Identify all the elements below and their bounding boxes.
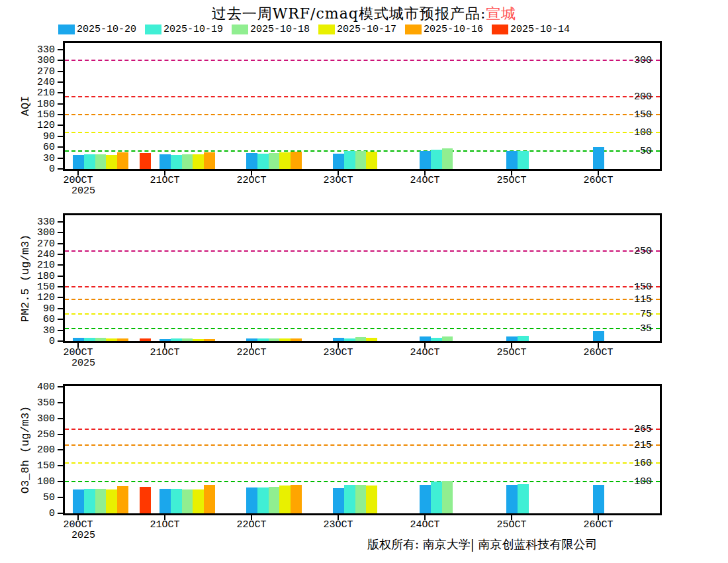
bar	[366, 486, 377, 513]
x-tick-label: 21OCT	[135, 175, 195, 186]
x-tick-label: 24OCT	[395, 175, 455, 186]
bar	[420, 485, 431, 513]
guideline-label: 50	[586, 145, 652, 156]
y-tick-label: 100	[22, 476, 55, 487]
bar	[506, 485, 518, 513]
bar	[355, 151, 367, 169]
bar	[420, 151, 431, 169]
bar	[193, 489, 204, 513]
bar	[246, 487, 257, 513]
guideline	[65, 429, 660, 430]
page-title: 过去一周WRF/cmaq模式城市预报产品:宣城	[0, 4, 728, 24]
bar	[84, 489, 95, 513]
x-tick-label: 24OCT	[395, 519, 455, 531]
bar	[95, 154, 107, 169]
bar	[204, 485, 215, 513]
x-tick-label: 25OCT	[482, 175, 541, 186]
y-tick-label: 90	[22, 303, 55, 314]
bar	[257, 338, 269, 341]
y-tick-mark	[58, 49, 63, 50]
x-tick-label: 20OCT	[48, 347, 108, 358]
bar	[171, 338, 182, 341]
y-tick-mark	[58, 243, 63, 244]
bar	[333, 154, 344, 169]
bar	[442, 481, 453, 513]
bar	[279, 338, 291, 341]
y-tick-label: 350	[22, 397, 55, 408]
y-tick-label: 150	[22, 109, 55, 121]
x-tick-label: 25OCT	[482, 519, 541, 531]
legend-color-swatch	[405, 25, 422, 34]
y-tick-mark	[58, 434, 63, 435]
guideline	[65, 96, 660, 97]
y-tick-mark	[58, 60, 63, 61]
title-city: 宣城	[486, 5, 516, 22]
bar	[291, 152, 302, 169]
x-tick-label: 21OCT	[135, 519, 195, 531]
guideline-label: 75	[586, 309, 652, 320]
guideline-label: 100	[586, 476, 652, 487]
y-tick-label: 30	[22, 325, 55, 336]
x-tick-label: 22OCT	[222, 175, 281, 186]
legend-item: 2025-10-19	[145, 23, 223, 35]
bar	[344, 338, 355, 341]
legend-label: 2025-10-17	[337, 24, 396, 35]
x-tick-label: 23OCT	[308, 175, 368, 186]
legend-item: 2025-10-17	[318, 23, 396, 35]
guideline	[65, 132, 660, 133]
guideline-label: 265	[586, 424, 652, 435]
x-tick-label: 26OCT	[569, 175, 628, 186]
bar	[431, 482, 442, 513]
bar	[182, 489, 193, 513]
y-tick-label: 300	[22, 413, 55, 424]
legend-item: 2025-10-18	[232, 23, 310, 35]
legend-item: 2025-10-14	[492, 23, 570, 35]
x-tick-label: 26OCT	[569, 347, 628, 358]
bar	[159, 489, 171, 513]
bar	[518, 151, 529, 169]
y-tick-label: 90	[22, 130, 55, 142]
guideline	[65, 444, 660, 446]
y-tick-label: 270	[22, 238, 55, 249]
guideline	[65, 114, 660, 115]
bar	[159, 154, 171, 169]
bar	[246, 338, 257, 341]
legend: 2025-10-202025-10-192025-10-182025-10-17…	[58, 23, 578, 34]
y-tick-mark	[58, 276, 63, 277]
y-tick-label: 210	[22, 260, 55, 271]
y-tick-label: 240	[22, 248, 55, 260]
legend-color-swatch	[58, 25, 75, 34]
bar	[442, 336, 453, 341]
guideline	[65, 328, 660, 329]
bar	[355, 337, 367, 341]
x-tick-year-label: 2025	[54, 358, 113, 369]
bar	[117, 152, 128, 169]
y-tick-label: 60	[22, 314, 55, 325]
bar	[506, 336, 518, 341]
y-tick-mark	[58, 168, 63, 170]
bar	[518, 484, 529, 513]
guideline-label: 200	[586, 91, 652, 102]
bar	[333, 338, 344, 341]
guideline-label: 150	[586, 282, 652, 293]
bar	[117, 486, 128, 513]
y-tick-label: 400	[22, 381, 55, 392]
legend-label: 2025-10-14	[510, 24, 570, 35]
bar	[518, 336, 529, 341]
bar	[269, 338, 280, 341]
guideline	[65, 299, 660, 300]
y-tick-mark	[58, 340, 63, 342]
x-tick-label: 23OCT	[308, 347, 368, 358]
guideline-label: 100	[586, 127, 652, 138]
bar	[193, 339, 204, 341]
y-tick-mark	[58, 386, 63, 387]
y-tick-mark	[58, 330, 63, 331]
bar	[159, 339, 171, 341]
y-tick-mark	[58, 264, 63, 266]
bar	[182, 338, 193, 341]
y-tick-label: 180	[22, 270, 55, 282]
y-tick-label: 120	[22, 292, 55, 303]
y-tick-mark	[58, 402, 63, 403]
y-tick-mark	[58, 319, 63, 320]
bar	[420, 336, 431, 341]
